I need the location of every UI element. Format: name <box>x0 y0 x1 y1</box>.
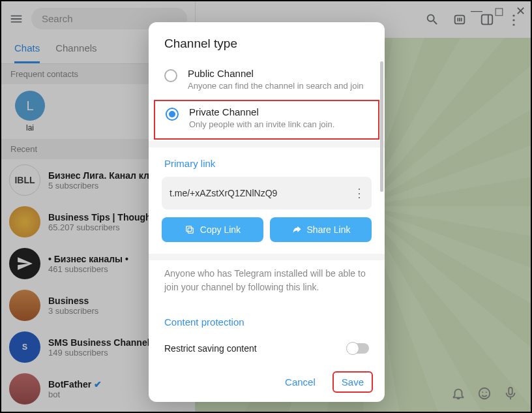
option-label: Private Channel <box>189 106 334 117</box>
option-label: Public Channel <box>188 68 364 79</box>
svg-rect-7 <box>186 226 192 232</box>
invite-link-value: t.me/+xAZstXrQ1ZNlNzQ9 <box>170 188 277 198</box>
link-info-text: Anyone who has Telegram installed will b… <box>149 260 385 306</box>
modal-title: Channel type <box>149 22 385 61</box>
more-icon[interactable]: ⋮ <box>353 186 364 200</box>
option-desc: Only people with an invite link can join… <box>189 119 334 130</box>
radio-selected-icon <box>166 108 179 121</box>
primary-link-title: Primary link <box>149 147 385 177</box>
radio-unselected-icon <box>164 69 177 82</box>
channel-type-modal: Channel type Public Channel Anyone can f… <box>149 22 385 402</box>
restrict-label: Restrict saving content <box>164 343 257 354</box>
copy-icon <box>185 224 195 235</box>
content-protection-title: Content protection <box>149 306 385 335</box>
toggle-off-icon[interactable] <box>347 343 369 354</box>
restrict-saving-row[interactable]: Restrict saving content <box>149 335 385 362</box>
modal-body: Public Channel Anyone can find the chann… <box>149 61 385 362</box>
option-public-channel[interactable]: Public Channel Anyone can find the chann… <box>149 61 385 99</box>
invite-link-field[interactable]: t.me/+xAZstXrQ1ZNlNzQ9 ⋮ <box>162 177 372 209</box>
copy-link-button[interactable]: Copy Link <box>162 217 263 242</box>
share-icon <box>291 224 302 235</box>
option-desc: Anyone can find the channel in search an… <box>188 80 364 92</box>
cancel-button[interactable]: Cancel <box>276 371 325 393</box>
share-link-button[interactable]: Share Link <box>270 217 372 242</box>
option-private-channel[interactable]: Private Channel Only people with an invi… <box>154 100 379 140</box>
scrollbar[interactable] <box>380 61 383 362</box>
svg-rect-6 <box>188 228 193 234</box>
save-button[interactable]: Save <box>332 371 373 393</box>
modal-footer: Cancel Save <box>149 362 385 402</box>
